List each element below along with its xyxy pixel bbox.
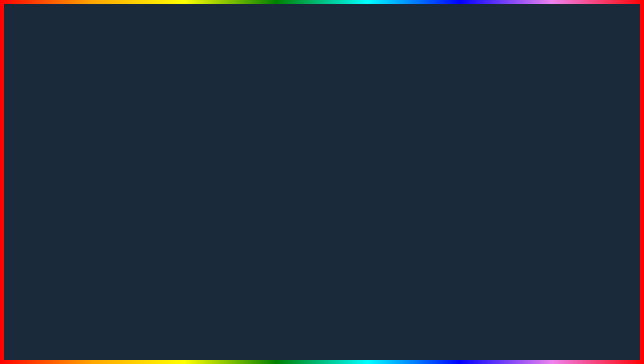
voxle-titlebar-icons: ✏ ▢ ✕	[144, 76, 166, 82]
paste-n: N	[544, 312, 570, 353]
skill1-row[interactable]: Auto Activate Skill 1 ✓	[111, 176, 236, 185]
script-i: I	[313, 312, 324, 353]
svg-point-78	[595, 205, 610, 219]
fruit-cell-smoke3[interactable]: Smoke Level: 1	[581, 147, 624, 188]
svg-point-20	[506, 118, 521, 135]
nav-pets[interactable]: Pets	[161, 106, 175, 112]
skills-header: Skills	[111, 167, 236, 174]
fruits-section: Fruits Spawned Fruits ··· ▲	[111, 216, 236, 232]
nav-misc[interactable]: Misc	[146, 106, 160, 112]
close-icon[interactable]: ✕	[160, 76, 166, 82]
edit-icon[interactable]: ✏	[144, 76, 150, 82]
spawned-fruits-label: Spawned Fruits	[115, 224, 145, 229]
svg-point-59	[470, 209, 472, 211]
only-farm-boss-row[interactable]: Only Farm Boss ✓	[111, 205, 236, 216]
svg-rect-5	[25, 276, 32, 299]
panel-menu-icon[interactable]: ▼	[228, 97, 233, 102]
select-zone-plus: +	[229, 142, 232, 147]
watermark-anime: ANIME	[274, 262, 370, 290]
nav-fruit[interactable]: Fruit	[130, 106, 144, 112]
skill2-label: Auto Activate Skill 2	[115, 188, 147, 192]
fruit-cell-fire[interactable]: ??? Level: 1	[581, 190, 624, 231]
teleport-toggle[interactable]	[227, 197, 232, 202]
fruit-cell-smoke2[interactable]: Smoke Level: 1	[537, 147, 579, 188]
svg-point-68	[509, 209, 511, 211]
paste-a: A	[409, 312, 435, 353]
svg-point-49	[560, 153, 562, 155]
fruit-cell-red1[interactable]: ??? Level: 1	[447, 190, 490, 231]
select-zone-row[interactable]: Select Zone To Boss Farm +	[111, 140, 236, 149]
auto-attack-check: ✓	[228, 133, 232, 138]
script-text: SCRIPT	[236, 312, 380, 353]
smoke3-img	[584, 150, 621, 180]
red-x-icon: ✗	[181, 97, 185, 102]
chevron-up-icon[interactable]: ▲	[228, 224, 232, 229]
boss-farm-row[interactable]: Boss Farm —	[111, 149, 236, 158]
nav-main[interactable]: Main	[114, 106, 129, 112]
snow1-img	[584, 107, 621, 137]
spawned-icons: ··· ▲	[222, 224, 232, 229]
svg-point-43	[471, 154, 473, 156]
fruit-cell-red2[interactable]: ??? Level: 1	[492, 190, 535, 231]
skill2-check: ✓	[228, 187, 232, 192]
fruit-cell-smoke1[interactable]: Smoke Level: 1	[492, 147, 535, 188]
dots-icon[interactable]: ···	[222, 224, 226, 229]
teleport-row: Teleport To Selected Zone(Loads mobs in)	[111, 194, 236, 205]
zushi-checkmark: ✓	[449, 107, 457, 114]
snow2-img	[450, 150, 488, 180]
svg-point-44	[509, 176, 517, 178]
boss-farm-label: Boss Farm	[115, 151, 133, 155]
skill2-row[interactable]: Auto Activate Skill 2 ✓	[111, 185, 236, 194]
skill1-check: ✓	[228, 178, 232, 183]
fruit-cell-snow2[interactable]: Snow Level: 1	[447, 147, 490, 188]
red3-label: ??? Level: 1	[539, 224, 577, 228]
boss-farm-icon: —	[227, 151, 232, 156]
suna2-label: Suna Level: 1	[539, 139, 577, 143]
fruit-cell-red3[interactable]: ??? Level: 1	[537, 190, 579, 231]
svg-point-42	[471, 166, 472, 167]
smoke2-label: Smoke Level: 1	[539, 181, 577, 185]
fruit-sim-icon: 🍎	[59, 147, 66, 154]
maximize-icon[interactable]: ▢	[152, 76, 158, 82]
tab-teleport-label: Teleport	[76, 89, 91, 94]
fruits-label: Fruits	[115, 217, 232, 221]
sky-avatar: 😊	[59, 178, 69, 187]
svg-point-51	[600, 155, 604, 159]
auto-attack-row[interactable]: Auto Attack ✓	[111, 131, 236, 140]
svg-point-35	[599, 123, 600, 124]
script-s: S	[236, 312, 260, 353]
fruit-cell-snow1[interactable]: Snow Level: 1	[581, 105, 624, 145]
svg-point-41	[466, 166, 467, 167]
title-anime: ANIME	[47, 4, 194, 53]
svg-point-73	[553, 218, 563, 221]
fruit-cell-zushi[interactable]: ✓	[447, 105, 490, 145]
svg-point-69	[516, 209, 518, 211]
svg-rect-6	[48, 276, 55, 299]
farm-closest-row[interactable]: Farm Closest Mobs ✓	[111, 158, 236, 167]
tab-teleport[interactable]: Teleport	[72, 87, 95, 95]
svg-point-17	[471, 111, 473, 113]
only-farm-boss-checkbox[interactable]: ✓	[226, 207, 232, 213]
svg-point-75	[559, 199, 561, 201]
farm-text: FARM	[123, 312, 228, 353]
nav-info[interactable]: Info	[177, 106, 189, 112]
fire-label: ??? Level: 1	[584, 224, 621, 228]
tab-main-label: Main	[57, 89, 66, 94]
snow2-label: Snow Level: 1	[450, 181, 488, 185]
select-zone-label: Select Zone To Boss Farm	[115, 142, 158, 146]
search-input[interactable]	[121, 117, 233, 121]
easy-get-title: EASY GET FRUIT	[444, 73, 627, 96]
tab-main[interactable]: ⚙ Main	[48, 87, 70, 95]
svg-point-52	[605, 153, 606, 155]
fruit-cell-suna1[interactable]: Suna Level: 1	[492, 105, 535, 145]
snow1-label: Snow Level: 1	[584, 139, 621, 143]
fruit-cell-suna2[interactable]: Suna Level: 1	[537, 105, 579, 145]
voxle-hub-title: Voxle Hub	[48, 76, 70, 82]
svg-point-62	[470, 216, 476, 220]
sky-username: Sky	[71, 180, 78, 185]
title-simulator: SIMULATOR	[331, 4, 597, 53]
svg-point-45	[511, 155, 515, 159]
spawned-fruits-row: Spawned Fruits ··· ▲	[115, 222, 232, 231]
svg-point-37	[605, 111, 607, 113]
main-panel-titlebar: [TRADING!] Anime Fruit Simulator 🍎✗ ▼	[111, 95, 236, 104]
